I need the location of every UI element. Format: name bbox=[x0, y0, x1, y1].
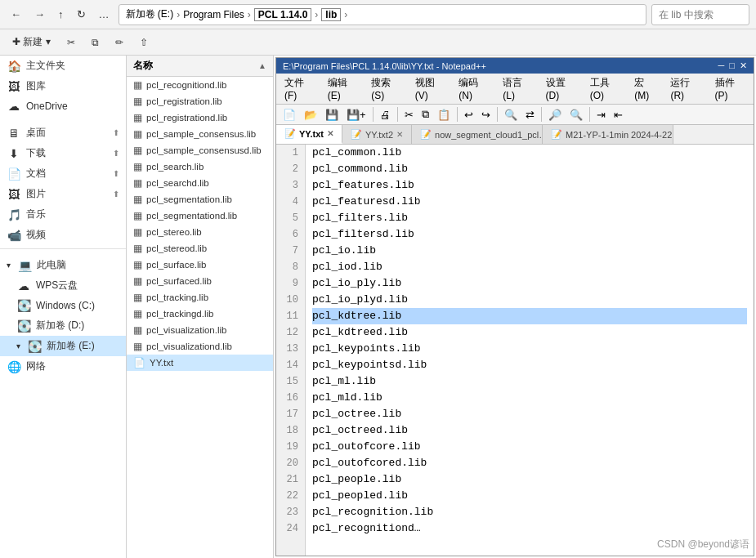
new-doc-button[interactable]: 📄 bbox=[280, 107, 299, 123]
menu-lang[interactable]: 语言(L) bbox=[498, 74, 537, 103]
refresh-button[interactable]: ↻ bbox=[73, 6, 90, 23]
sidebar-item-network[interactable]: 🌐 网络 bbox=[0, 356, 126, 377]
code-line[interactable]: pcl_filters.lib bbox=[312, 210, 747, 226]
tab-close-1[interactable]: ✕ bbox=[327, 129, 333, 138]
file-item[interactable]: ▦pcl_trackingd.lib bbox=[127, 306, 273, 322]
code-line[interactable]: pcl_iod.lib bbox=[312, 259, 747, 275]
code-line[interactable]: pcl_io_plyd.lib bbox=[312, 292, 747, 308]
file-item[interactable]: ▦pcl_registration.lib bbox=[127, 93, 273, 109]
sidebar-item-gallery[interactable]: 🖼 图库 bbox=[0, 76, 126, 96]
code-line[interactable]: pcl_people.lib bbox=[312, 471, 747, 488]
file-item[interactable]: ▦pcl_segmentation.lib bbox=[127, 191, 273, 208]
file-item[interactable]: 📄YY.txt bbox=[127, 355, 273, 371]
file-item[interactable]: ▦pcl_recognitiond.lib bbox=[127, 77, 273, 93]
code-line[interactable]: pcl_kdtreed.lib bbox=[312, 324, 747, 341]
sidebar-item-desktop[interactable]: 🖥 桌面 ⬆ bbox=[0, 123, 126, 143]
more-nav-button[interactable]: … bbox=[95, 6, 114, 23]
new-button[interactable]: ✚ 新建 ▾ bbox=[7, 33, 56, 51]
menu-search[interactable]: 搜索(S) bbox=[366, 74, 406, 103]
code-line[interactable]: pcl_kdtree.lib bbox=[312, 308, 747, 324]
share-button[interactable]: ⇧ bbox=[134, 34, 154, 51]
open-button[interactable]: 📂 bbox=[301, 107, 320, 123]
code-line[interactable]: pcl_keypointsd.lib bbox=[312, 357, 747, 373]
sidebar-item-video[interactable]: 📹 视频 bbox=[0, 225, 126, 245]
code-line[interactable]: pcl_octree.lib bbox=[312, 406, 747, 422]
redo-button[interactable]: ↪ bbox=[478, 107, 494, 123]
file-item[interactable]: ▦pcl_stereod.lib bbox=[127, 240, 273, 257]
code-line[interactable]: pcl_filtersd.lib bbox=[312, 226, 747, 243]
undo-button[interactable]: ↩ bbox=[461, 107, 476, 123]
sidebar-item-ddrive[interactable]: 💽 新加卷 (D:) bbox=[0, 315, 126, 336]
maximize-button[interactable]: □ bbox=[729, 60, 735, 71]
cut-tool-button[interactable]: ✂ bbox=[401, 107, 417, 123]
file-item[interactable]: ▦pcl_searchd.lib bbox=[127, 175, 273, 191]
cut-button[interactable]: ✂ bbox=[61, 34, 81, 51]
menu-encode[interactable]: 编码(N) bbox=[454, 74, 494, 103]
sidebar-item-thispc[interactable]: ▾ 💻 此电脑 bbox=[0, 255, 126, 275]
tab-yytxt[interactable]: 📝 YY.txt ✕ bbox=[276, 125, 342, 144]
save-button[interactable]: 💾 bbox=[322, 107, 342, 123]
sidebar-item-pictures[interactable]: 🖼 图片 ⬆ bbox=[0, 184, 126, 204]
zoom-out-button[interactable]: 🔍 bbox=[566, 107, 586, 123]
sidebar-item-onedrive[interactable]: ☁ OneDrive bbox=[0, 96, 126, 116]
code-line[interactable]: pcl_mld.lib bbox=[312, 390, 747, 406]
code-line[interactable]: pcl_recognition.lib bbox=[312, 504, 747, 520]
code-line[interactable]: pcl_common.lib bbox=[312, 145, 747, 161]
code-line[interactable]: pcl_peopled.lib bbox=[312, 488, 747, 504]
code-line[interactable]: pcl_outofcored.lib bbox=[312, 455, 747, 471]
rename-button[interactable]: ✏ bbox=[110, 34, 129, 51]
code-line[interactable]: pcl_outofcore.lib bbox=[312, 439, 747, 455]
menu-settings[interactable]: 设置(D) bbox=[541, 74, 582, 103]
paste-tool-button[interactable]: 📋 bbox=[434, 107, 454, 123]
code-line[interactable]: pcl_recognitiond… bbox=[312, 520, 747, 537]
code-line[interactable]: pcl_commond.lib bbox=[312, 161, 747, 177]
file-item[interactable]: ▦pcl_visualizationd.lib bbox=[127, 338, 273, 355]
menu-file[interactable]: 文件(F) bbox=[280, 74, 320, 103]
file-item[interactable]: ▦pcl_surfaced.lib bbox=[127, 273, 273, 289]
breadcrumb[interactable]: 新加卷 (E:) › Program Files › PCL 1.14.0 › … bbox=[119, 4, 647, 25]
file-item[interactable]: ▦pcl_stereo.lib bbox=[127, 224, 273, 240]
find-button[interactable]: 🔍 bbox=[501, 107, 521, 123]
close-button[interactable]: ✕ bbox=[740, 60, 747, 71]
file-item[interactable]: ▦pcl_search.lib bbox=[127, 158, 273, 175]
sidebar-item-downloads[interactable]: ⬇ 下载 ⬆ bbox=[0, 143, 126, 163]
back-button[interactable]: ← bbox=[7, 6, 25, 23]
save-all-button[interactable]: 💾+ bbox=[343, 107, 369, 123]
code-line[interactable]: pcl_octreed.lib bbox=[312, 422, 747, 439]
menu-view[interactable]: 视图(V) bbox=[410, 74, 450, 103]
file-item[interactable]: ▦pcl_segmentationd.lib bbox=[127, 208, 273, 224]
code-line[interactable]: pcl_io_ply.lib bbox=[312, 275, 747, 292]
print-button[interactable]: 🖨 bbox=[377, 107, 394, 123]
tab-yytxt2[interactable]: 📝 YY.txt2 ✕ bbox=[342, 125, 412, 144]
tab-close-2[interactable]: ✕ bbox=[396, 130, 403, 139]
sidebar-item-edrive[interactable]: ▾ 💽 新加卷 (E:) bbox=[0, 336, 126, 356]
copy-button[interactable]: ⧉ bbox=[86, 34, 105, 51]
minimize-button[interactable]: ─ bbox=[718, 60, 725, 71]
file-item[interactable]: ▦pcl_sample_consensus.lib bbox=[127, 126, 273, 142]
file-item[interactable]: ▦pcl_registrationd.lib bbox=[127, 109, 273, 126]
sort-icon[interactable]: ▲ bbox=[258, 61, 266, 70]
file-item[interactable]: ▦pcl_tracking.lib bbox=[127, 289, 273, 306]
up-button[interactable]: ↑ bbox=[54, 6, 68, 23]
indent-button[interactable]: ⇥ bbox=[593, 107, 609, 123]
menu-edit[interactable]: 编辑(E) bbox=[323, 74, 363, 103]
sidebar-item-music[interactable]: 🎵 音乐 bbox=[0, 204, 126, 225]
code-line[interactable]: pcl_features.lib bbox=[312, 177, 747, 194]
replace-button[interactable]: ⇄ bbox=[522, 107, 538, 123]
code-line[interactable]: pcl_keypoints.lib bbox=[312, 341, 747, 357]
search-input[interactable] bbox=[651, 4, 749, 25]
menu-tools[interactable]: 工具(O) bbox=[585, 74, 627, 103]
copy-tool-button[interactable]: ⧉ bbox=[418, 106, 432, 123]
forward-button[interactable]: → bbox=[30, 6, 49, 23]
sidebar-item-wps[interactable]: ☁ WPS云盘 bbox=[0, 275, 126, 296]
sidebar-item-home[interactable]: 🏠 主文件夹 bbox=[0, 56, 126, 76]
outdent-button[interactable]: ⇤ bbox=[611, 107, 626, 123]
sidebar-item-docs[interactable]: 📄 文档 ⬆ bbox=[0, 163, 126, 184]
zoom-in-button[interactable]: 🔎 bbox=[545, 107, 565, 123]
code-line[interactable]: pcl_featuresd.lib bbox=[312, 194, 747, 210]
file-item[interactable]: ▦pcl_sample_consensusd.lib bbox=[127, 142, 273, 158]
file-item[interactable]: ▦pcl_surface.lib bbox=[127, 257, 273, 273]
tab-segment[interactable]: 📝 now_segment_cloud1_pcl… ✕ bbox=[412, 125, 543, 144]
sidebar-item-windrive[interactable]: 💽 Windows (C:) bbox=[0, 296, 126, 315]
code-line[interactable]: pcl_io.lib bbox=[312, 243, 747, 259]
